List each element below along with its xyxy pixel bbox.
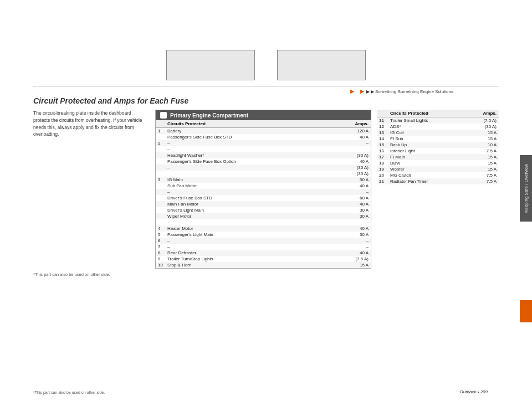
table-row: 14FI Sub15 A bbox=[377, 136, 499, 142]
footer-note-left: *This part can also be used on other sid… bbox=[33, 391, 105, 394]
table-row: Sub Fan Motor40 A bbox=[156, 183, 371, 189]
row-number bbox=[156, 183, 165, 189]
sec-col-amps-header: Amps. bbox=[466, 110, 499, 117]
circuit-name bbox=[165, 171, 330, 177]
table-row: 21Radiator Fan Timer7.5 A bbox=[377, 178, 499, 184]
table-row: Driver's Fuse Box STD60 A bbox=[156, 195, 371, 201]
row-number: 16 bbox=[377, 148, 388, 154]
table-row: 11Trailer Small Lights(7.5 A) bbox=[377, 117, 499, 124]
circuit-name: – bbox=[165, 165, 330, 171]
row-number bbox=[156, 171, 165, 177]
circuit-name: Passenger's Light Main bbox=[165, 232, 330, 238]
orange-tab bbox=[520, 300, 532, 322]
circuit-name: Driver's Fuse Box STD bbox=[165, 195, 330, 201]
page-number: Outback • 209 bbox=[460, 389, 488, 394]
table-row: Driver's Light Main30 A bbox=[156, 207, 371, 213]
row-number: 1 bbox=[156, 128, 165, 135]
table-row: Wiper Motor30 A bbox=[156, 213, 371, 219]
breadcrumb: ▶ ▶ ▶ ▶ Something Something Engine Solut… bbox=[33, 86, 499, 96]
circuit-name: – bbox=[165, 219, 330, 225]
amps-value: 40 A bbox=[330, 183, 371, 189]
circuit-name: Rear Defroster bbox=[165, 250, 330, 256]
circuit-name: – bbox=[165, 140, 330, 146]
row-number bbox=[156, 134, 165, 140]
amps-value: – bbox=[330, 189, 371, 195]
breadcrumb-separator bbox=[356, 89, 358, 94]
circuit-name: Wiper Motor bbox=[165, 213, 330, 219]
table-row: 8Rear Defroster40 A bbox=[156, 250, 371, 256]
table-row: 19Woofer15 A bbox=[377, 166, 499, 172]
row-number: 17 bbox=[377, 154, 388, 160]
amps-value: (7.5 A) bbox=[330, 256, 371, 262]
table-row: –– bbox=[156, 219, 371, 225]
row-number: 20 bbox=[377, 172, 388, 178]
circuit-name: Sub Fan Motor bbox=[165, 183, 330, 189]
row-number: 7 bbox=[156, 244, 165, 250]
primary-table-header: Primary Engine Compartment bbox=[156, 110, 371, 120]
table-row: 10Stop & Horn15 A bbox=[156, 262, 371, 268]
table-row: 5Passenger's Light Main30 A bbox=[156, 232, 371, 238]
amps-value: 40 A bbox=[330, 250, 371, 256]
row-number: 3 bbox=[156, 177, 165, 183]
row-number: 18 bbox=[377, 160, 388, 166]
row-number: 12 bbox=[377, 124, 388, 130]
row-number: 4 bbox=[156, 225, 165, 232]
top-image-left bbox=[166, 50, 255, 80]
table-row: 3IG Main50 A bbox=[156, 177, 371, 183]
amps-value: (30 A) bbox=[330, 152, 371, 158]
circuit-name: DBW bbox=[388, 160, 466, 166]
amps-value: (7.5 A) bbox=[466, 117, 499, 124]
row-number: 19 bbox=[377, 166, 388, 172]
table-row: 12ADS*(30 A) bbox=[377, 124, 499, 130]
table-row: 13IG Coil15 A bbox=[377, 130, 499, 136]
side-tab: Keeping Safe / Overview bbox=[520, 155, 532, 222]
table-row: 1Battery120 A bbox=[156, 128, 371, 135]
row-number bbox=[156, 158, 165, 165]
table-row: Passenger's Side Fuse Box STD40 A bbox=[156, 134, 371, 140]
amps-value: 40 A bbox=[330, 225, 371, 232]
row-number: 14 bbox=[377, 136, 388, 142]
page-container: ▶ ▶ ▶ ▶ Something Something Engine Solut… bbox=[0, 0, 532, 411]
amps-value: – bbox=[330, 219, 371, 225]
table-row: –(30 A) bbox=[156, 165, 371, 171]
circuit-name: Battery bbox=[165, 128, 330, 135]
table-row: Headlight Washer*(30 A) bbox=[156, 152, 371, 158]
amps-value: 15 A bbox=[466, 136, 499, 142]
amps-value: (30 A) bbox=[466, 124, 499, 130]
circuit-name: MG Clutch bbox=[388, 172, 466, 178]
amps-value: 7.5 A bbox=[466, 172, 499, 178]
circuit-name: Main Fan Motor bbox=[165, 201, 330, 207]
breadcrumb-text: ▶ ▶ Something Something Engine Solutions bbox=[366, 89, 453, 94]
sec-col-num-header bbox=[377, 110, 388, 117]
table-row: 20MG Clutch7.5 A bbox=[377, 172, 499, 178]
table-row: 2–– bbox=[156, 140, 371, 146]
table-row: 16Interior Light7.5 A bbox=[377, 148, 499, 154]
amps-value: – bbox=[330, 238, 371, 244]
header-icon bbox=[160, 112, 167, 119]
table-row: 7–– bbox=[156, 244, 371, 250]
circuit-name: Stop & Horn bbox=[165, 262, 330, 268]
circuit-name: – bbox=[165, 244, 330, 250]
amps-value: 120 A bbox=[330, 128, 371, 135]
amps-value: 7.5 A bbox=[466, 148, 499, 154]
amps-value: 15 A bbox=[466, 130, 499, 136]
amps-value: (30 A) bbox=[330, 165, 371, 171]
amps-value: 40 A bbox=[330, 158, 371, 165]
circuit-name: Back Up bbox=[388, 142, 466, 148]
primary-table-data: Circuits Protected Amps. 1Battery120 APa… bbox=[156, 120, 371, 268]
circuit-name: Headlight Washer* bbox=[165, 152, 330, 158]
circuit-name: ADS* bbox=[388, 124, 466, 130]
row-number: 6 bbox=[156, 238, 165, 244]
col-circuit-header: Circuits Protected bbox=[165, 120, 330, 128]
breadcrumb-icon: ▶ bbox=[350, 89, 354, 94]
primary-engine-table: Primary Engine Compartment Circuits Prot… bbox=[155, 110, 371, 269]
table-row: 4Heater Motor40 A bbox=[156, 225, 371, 232]
circuit-name: IG Main bbox=[165, 177, 330, 183]
circuit-name: Passenger's Side Fuse Box Option bbox=[165, 158, 330, 165]
row-number: 10 bbox=[156, 262, 165, 268]
circuit-name: – bbox=[165, 189, 330, 195]
col-amps-header: Amps. bbox=[330, 120, 371, 128]
row-number bbox=[156, 201, 165, 207]
row-number bbox=[156, 207, 165, 213]
row-number: 11 bbox=[377, 117, 388, 124]
